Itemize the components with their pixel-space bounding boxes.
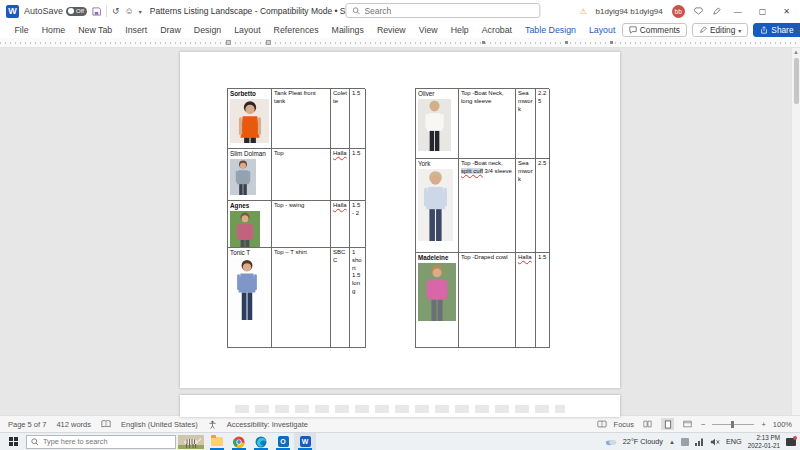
mute-icon[interactable] bbox=[710, 438, 720, 446]
pattern-yardage-cell[interactable]: 1.5 bbox=[350, 89, 366, 149]
comments-button[interactable]: Comments bbox=[622, 23, 687, 37]
ribbon-tab-new-tab[interactable]: New Tab bbox=[72, 25, 119, 35]
ribbon-tab-home[interactable]: Home bbox=[35, 25, 71, 35]
clock[interactable]: 2:13 PM 2022-01-21 bbox=[748, 434, 780, 450]
ribbon-tab-review[interactable]: Review bbox=[370, 25, 412, 35]
pattern-brand-cell[interactable]: Colette bbox=[331, 89, 350, 149]
pattern-desc-cell[interactable]: Top -Draped cowl bbox=[459, 253, 516, 348]
action-center-icon[interactable] bbox=[786, 438, 796, 446]
zoom-in-icon[interactable]: + bbox=[761, 420, 765, 429]
avatar[interactable]: bb bbox=[672, 5, 685, 18]
zoom-level[interactable]: 100% bbox=[773, 420, 792, 429]
ruler[interactable] bbox=[0, 38, 800, 48]
ribbon-tab-design[interactable]: Design bbox=[187, 25, 227, 35]
share-button[interactable]: Share ▾ bbox=[753, 23, 800, 37]
pattern-brand-cell[interactable]: Seamwork bbox=[516, 159, 536, 253]
ribbon-tab-mailings[interactable]: Mailings bbox=[325, 25, 370, 35]
taskbar-outlook[interactable]: O bbox=[272, 433, 294, 450]
pattern-name-cell[interactable]: Agnes bbox=[228, 201, 272, 248]
pattern-brand-cell[interactable]: SBCC bbox=[331, 248, 350, 348]
tab-stop-marker[interactable] bbox=[482, 41, 485, 44]
autosave-switch-icon[interactable]: Off bbox=[66, 7, 87, 16]
ribbon-tab-acrobat[interactable]: Acrobat bbox=[475, 25, 518, 35]
network-icon[interactable] bbox=[695, 438, 704, 446]
word-count[interactable]: 412 words bbox=[56, 420, 91, 429]
tray-chevron-icon[interactable]: ▲ bbox=[669, 439, 675, 445]
account-name[interactable]: b1dyig94 b1dyig94 bbox=[596, 7, 663, 16]
zoom-slider-thumb[interactable] bbox=[731, 421, 734, 428]
taskbar-file-explorer[interactable] bbox=[206, 433, 228, 450]
pattern-yardage-cell[interactable]: 2.25 bbox=[536, 89, 550, 159]
proofing-icon[interactable] bbox=[101, 420, 111, 428]
pattern-yardage-cell[interactable]: 1.5 - 2 bbox=[350, 201, 366, 248]
pattern-desc-cell[interactable]: Top – T shirt bbox=[272, 248, 331, 348]
editing-button[interactable]: Editing ▾ bbox=[692, 23, 748, 37]
pattern-desc-cell[interactable]: Tank Pleat front tank bbox=[272, 89, 331, 149]
close-icon[interactable]: ✕ bbox=[779, 7, 794, 16]
pattern-yardage-cell[interactable]: 2.5 bbox=[536, 159, 550, 253]
pattern-desc-cell[interactable]: Top bbox=[272, 149, 331, 201]
accessibility-status[interactable]: Accessibility: Investigate bbox=[227, 420, 308, 429]
ribbon-tab-insert[interactable]: Insert bbox=[119, 25, 154, 35]
autosave-toggle[interactable]: AutoSave Off bbox=[24, 6, 87, 16]
pattern-yardage-cell[interactable]: 1 short 1.5 long bbox=[350, 248, 366, 348]
pattern-brand-cell[interactable]: Halla bbox=[516, 253, 536, 348]
document-scrollbar[interactable]: ▲ bbox=[791, 48, 800, 415]
pattern-name-cell[interactable]: Sorbetto bbox=[228, 89, 272, 149]
page-indicator[interactable]: Page 5 of 7 bbox=[8, 420, 46, 429]
pattern-name-cell[interactable]: York bbox=[416, 159, 459, 253]
feedback-icon[interactable]: ☺ bbox=[125, 6, 134, 16]
maximize-icon[interactable]: ▢ bbox=[755, 7, 771, 16]
ribbon-tab-help[interactable]: Help bbox=[444, 25, 475, 35]
indent-marker[interactable] bbox=[226, 40, 231, 45]
language-indicator[interactable]: ENG bbox=[726, 437, 742, 446]
page-5[interactable]: Sorbetto Tank Pleat front tankColette1.5… bbox=[180, 52, 620, 388]
scrollbar-thumb[interactable] bbox=[794, 58, 799, 104]
tab-stop-marker[interactable] bbox=[610, 41, 613, 44]
tray-app-icon[interactable] bbox=[681, 438, 689, 446]
page-6[interactable] bbox=[180, 395, 620, 417]
read-mode-button[interactable] bbox=[641, 418, 654, 430]
ribbon-tab-draw[interactable]: Draw bbox=[154, 25, 188, 35]
ribbon-tab-references[interactable]: References bbox=[267, 25, 325, 35]
taskbar-zebra-item[interactable] bbox=[176, 433, 206, 450]
search-input[interactable] bbox=[364, 6, 504, 16]
pen-icon[interactable] bbox=[712, 7, 721, 16]
minimize-icon[interactable]: — bbox=[730, 7, 746, 16]
ribbon-tab-file[interactable]: File bbox=[8, 25, 35, 35]
pattern-desc-cell[interactable]: Top -Boat neck, split cuff 3/4 sleeve bbox=[459, 159, 516, 253]
undo-icon[interactable]: ↺ bbox=[112, 6, 120, 16]
pattern-yardage-cell[interactable]: 1.5 bbox=[536, 253, 550, 348]
ribbon-tab-table-design[interactable]: Table Design bbox=[519, 25, 583, 35]
pattern-name-cell[interactable]: Slim Dolman bbox=[228, 149, 272, 201]
pattern-desc-cell[interactable]: Top - swing bbox=[272, 201, 331, 248]
start-button[interactable] bbox=[0, 433, 26, 450]
pattern-brand-cell[interactable]: Halla bbox=[331, 201, 350, 248]
search-box[interactable] bbox=[345, 3, 540, 18]
web-layout-button[interactable] bbox=[681, 418, 694, 430]
zoom-slider[interactable] bbox=[712, 424, 754, 425]
accessibility-icon[interactable] bbox=[208, 420, 217, 429]
customize-qat-icon[interactable]: ▾ bbox=[139, 8, 142, 15]
ribbon-tab-layout[interactable]: Layout bbox=[582, 25, 621, 35]
print-layout-button[interactable] bbox=[661, 418, 674, 430]
scroll-up-icon[interactable]: ▲ bbox=[792, 49, 800, 55]
pattern-name-cell[interactable]: Madeleine bbox=[416, 253, 459, 348]
tab-stop-marker[interactable] bbox=[565, 41, 568, 44]
pattern-name-cell[interactable]: Oliver bbox=[416, 89, 459, 159]
taskbar-search-input[interactable] bbox=[43, 437, 153, 446]
taskbar-edge[interactable] bbox=[250, 433, 272, 450]
pattern-brand-cell[interactable]: Halla bbox=[331, 149, 350, 201]
indent-marker[interactable] bbox=[266, 40, 271, 45]
ribbon-tab-layout[interactable]: Layout bbox=[228, 25, 267, 35]
weather-status[interactable]: 22°F Cloudy bbox=[623, 437, 663, 446]
language-status[interactable]: English (United States) bbox=[121, 420, 198, 429]
ribbon-tab-view[interactable]: View bbox=[412, 25, 444, 35]
focus-button[interactable]: Focus bbox=[614, 420, 634, 429]
pattern-name-cell[interactable]: Tonic T bbox=[228, 248, 272, 348]
taskbar-chrome[interactable] bbox=[228, 433, 250, 450]
pattern-brand-cell[interactable]: Seamwork bbox=[516, 89, 536, 159]
diamond-icon[interactable] bbox=[694, 7, 703, 15]
pattern-desc-cell[interactable]: Top -Boat Neck, long sleeve bbox=[459, 89, 516, 159]
zoom-out-icon[interactable]: − bbox=[701, 420, 705, 429]
